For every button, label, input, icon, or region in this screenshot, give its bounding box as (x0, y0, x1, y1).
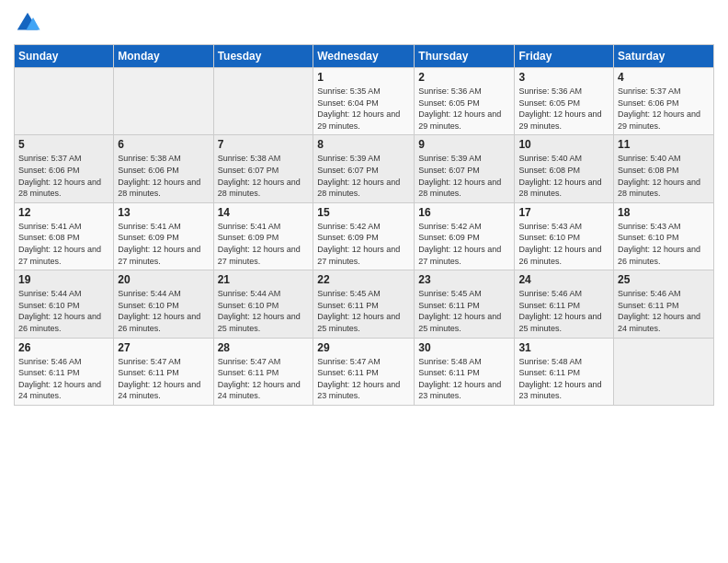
week-row-5: 26Sunrise: 5:46 AM Sunset: 6:11 PM Dayli… (15, 338, 714, 405)
day-cell (114, 68, 213, 135)
calendar-table: SundayMondayTuesdayWednesdayThursdayFrid… (14, 44, 714, 406)
day-cell: 14Sunrise: 5:41 AM Sunset: 6:09 PM Dayli… (213, 202, 313, 270)
day-info: Sunrise: 5:47 AM Sunset: 6:11 PM Dayligh… (317, 356, 410, 402)
day-info: Sunrise: 5:40 AM Sunset: 6:08 PM Dayligh… (518, 153, 609, 199)
day-number: 23 (418, 273, 510, 286)
week-row-3: 12Sunrise: 5:41 AM Sunset: 6:08 PM Dayli… (15, 202, 714, 270)
day-info: Sunrise: 5:36 AM Sunset: 6:05 PM Dayligh… (518, 86, 609, 132)
header (14, 9, 714, 37)
day-cell: 23Sunrise: 5:45 AM Sunset: 6:11 PM Dayli… (415, 270, 515, 338)
day-cell: 7Sunrise: 5:38 AM Sunset: 6:07 PM Daylig… (213, 135, 313, 202)
day-number: 11 (618, 138, 710, 151)
day-info: Sunrise: 5:39 AM Sunset: 6:07 PM Dayligh… (418, 153, 510, 199)
week-row-2: 5Sunrise: 5:37 AM Sunset: 6:06 PM Daylig… (15, 135, 714, 202)
day-cell: 27Sunrise: 5:47 AM Sunset: 6:11 PM Dayli… (114, 338, 213, 405)
calendar-header: SundayMondayTuesdayWednesdayThursdayFrid… (15, 45, 714, 68)
week-row-1: 1Sunrise: 5:35 AM Sunset: 6:04 PM Daylig… (15, 68, 714, 135)
day-cell: 16Sunrise: 5:42 AM Sunset: 6:09 PM Dayli… (415, 202, 515, 270)
day-cell: 6Sunrise: 5:38 AM Sunset: 6:06 PM Daylig… (114, 135, 213, 202)
week-row-4: 19Sunrise: 5:44 AM Sunset: 6:10 PM Dayli… (15, 270, 714, 338)
day-cell: 22Sunrise: 5:45 AM Sunset: 6:11 PM Dayli… (313, 270, 415, 338)
day-info: Sunrise: 5:38 AM Sunset: 6:06 PM Dayligh… (118, 153, 209, 199)
day-number: 19 (18, 273, 109, 286)
logo-icon (14, 9, 41, 37)
day-cell: 21Sunrise: 5:44 AM Sunset: 6:10 PM Dayli… (213, 270, 313, 338)
day-info: Sunrise: 5:36 AM Sunset: 6:05 PM Dayligh… (418, 86, 510, 132)
day-number: 12 (18, 206, 109, 219)
weekday-header-row: SundayMondayTuesdayWednesdayThursdayFrid… (15, 45, 714, 68)
day-cell: 8Sunrise: 5:39 AM Sunset: 6:07 PM Daylig… (313, 135, 415, 202)
day-info: Sunrise: 5:48 AM Sunset: 6:11 PM Dayligh… (518, 356, 609, 402)
day-info: Sunrise: 5:41 AM Sunset: 6:09 PM Dayligh… (118, 221, 209, 267)
day-number: 18 (618, 206, 710, 219)
day-cell: 10Sunrise: 5:40 AM Sunset: 6:08 PM Dayli… (515, 135, 614, 202)
day-info: Sunrise: 5:47 AM Sunset: 6:11 PM Dayligh… (118, 356, 209, 402)
day-info: Sunrise: 5:43 AM Sunset: 6:10 PM Dayligh… (518, 221, 609, 267)
weekday-header-monday: Monday (114, 45, 213, 68)
weekday-header-thursday: Thursday (415, 45, 515, 68)
weekday-header-friday: Friday (515, 45, 614, 68)
day-info: Sunrise: 5:45 AM Sunset: 6:11 PM Dayligh… (418, 288, 510, 334)
day-info: Sunrise: 5:37 AM Sunset: 6:06 PM Dayligh… (18, 153, 109, 199)
day-info: Sunrise: 5:41 AM Sunset: 6:08 PM Dayligh… (18, 221, 109, 267)
day-cell: 1Sunrise: 5:35 AM Sunset: 6:04 PM Daylig… (313, 68, 415, 135)
day-cell: 26Sunrise: 5:46 AM Sunset: 6:11 PM Dayli… (15, 338, 114, 405)
day-info: Sunrise: 5:46 AM Sunset: 6:11 PM Dayligh… (618, 288, 710, 334)
day-cell: 13Sunrise: 5:41 AM Sunset: 6:09 PM Dayli… (114, 202, 213, 270)
day-cell (213, 68, 313, 135)
day-cell: 19Sunrise: 5:44 AM Sunset: 6:10 PM Dayli… (15, 270, 114, 338)
day-cell: 29Sunrise: 5:47 AM Sunset: 6:11 PM Dayli… (313, 338, 415, 405)
calendar-body: 1Sunrise: 5:35 AM Sunset: 6:04 PM Daylig… (15, 68, 714, 406)
day-number: 9 (418, 138, 510, 151)
day-info: Sunrise: 5:44 AM Sunset: 6:10 PM Dayligh… (218, 288, 310, 334)
page: SundayMondayTuesdayWednesdayThursdayFrid… (0, 0, 728, 563)
day-number: 17 (518, 206, 609, 219)
day-number: 20 (118, 273, 209, 286)
day-cell: 12Sunrise: 5:41 AM Sunset: 6:08 PM Dayli… (15, 202, 114, 270)
day-cell: 18Sunrise: 5:43 AM Sunset: 6:10 PM Dayli… (614, 202, 714, 270)
day-info: Sunrise: 5:45 AM Sunset: 6:11 PM Dayligh… (317, 288, 410, 334)
day-cell: 4Sunrise: 5:37 AM Sunset: 6:06 PM Daylig… (614, 68, 714, 135)
day-cell: 20Sunrise: 5:44 AM Sunset: 6:10 PM Dayli… (114, 270, 213, 338)
day-info: Sunrise: 5:40 AM Sunset: 6:08 PM Dayligh… (618, 153, 710, 199)
day-number: 14 (218, 206, 310, 219)
day-cell: 31Sunrise: 5:48 AM Sunset: 6:11 PM Dayli… (515, 338, 614, 405)
day-info: Sunrise: 5:37 AM Sunset: 6:06 PM Dayligh… (618, 86, 710, 132)
day-number: 24 (518, 273, 609, 286)
day-number: 30 (418, 341, 510, 354)
day-cell: 11Sunrise: 5:40 AM Sunset: 6:08 PM Dayli… (614, 135, 714, 202)
day-cell (614, 338, 714, 405)
weekday-header-tuesday: Tuesday (213, 45, 313, 68)
weekday-header-saturday: Saturday (614, 45, 714, 68)
day-cell: 25Sunrise: 5:46 AM Sunset: 6:11 PM Dayli… (614, 270, 714, 338)
day-number: 15 (317, 206, 410, 219)
day-info: Sunrise: 5:47 AM Sunset: 6:11 PM Dayligh… (218, 356, 310, 402)
logo (14, 9, 45, 37)
day-number: 16 (418, 206, 510, 219)
day-number: 2 (418, 71, 510, 84)
day-cell: 15Sunrise: 5:42 AM Sunset: 6:09 PM Dayli… (313, 202, 415, 270)
day-number: 6 (118, 138, 209, 151)
weekday-header-wednesday: Wednesday (313, 45, 415, 68)
day-cell: 28Sunrise: 5:47 AM Sunset: 6:11 PM Dayli… (213, 338, 313, 405)
day-number: 29 (317, 341, 410, 354)
day-info: Sunrise: 5:38 AM Sunset: 6:07 PM Dayligh… (218, 153, 310, 199)
day-info: Sunrise: 5:35 AM Sunset: 6:04 PM Dayligh… (317, 86, 410, 132)
day-cell (15, 68, 114, 135)
day-number: 21 (218, 273, 310, 286)
day-cell: 3Sunrise: 5:36 AM Sunset: 6:05 PM Daylig… (515, 68, 614, 135)
day-number: 28 (218, 341, 310, 354)
day-info: Sunrise: 5:46 AM Sunset: 6:11 PM Dayligh… (18, 356, 109, 402)
day-info: Sunrise: 5:44 AM Sunset: 6:10 PM Dayligh… (118, 288, 209, 334)
day-number: 10 (518, 138, 609, 151)
day-cell: 30Sunrise: 5:48 AM Sunset: 6:11 PM Dayli… (415, 338, 515, 405)
day-number: 7 (218, 138, 310, 151)
day-info: Sunrise: 5:43 AM Sunset: 6:10 PM Dayligh… (618, 221, 710, 267)
day-info: Sunrise: 5:46 AM Sunset: 6:11 PM Dayligh… (518, 288, 609, 334)
day-number: 4 (618, 71, 710, 84)
day-info: Sunrise: 5:48 AM Sunset: 6:11 PM Dayligh… (418, 356, 510, 402)
day-number: 13 (118, 206, 209, 219)
day-number: 5 (18, 138, 109, 151)
day-number: 31 (518, 341, 609, 354)
day-number: 26 (18, 341, 109, 354)
